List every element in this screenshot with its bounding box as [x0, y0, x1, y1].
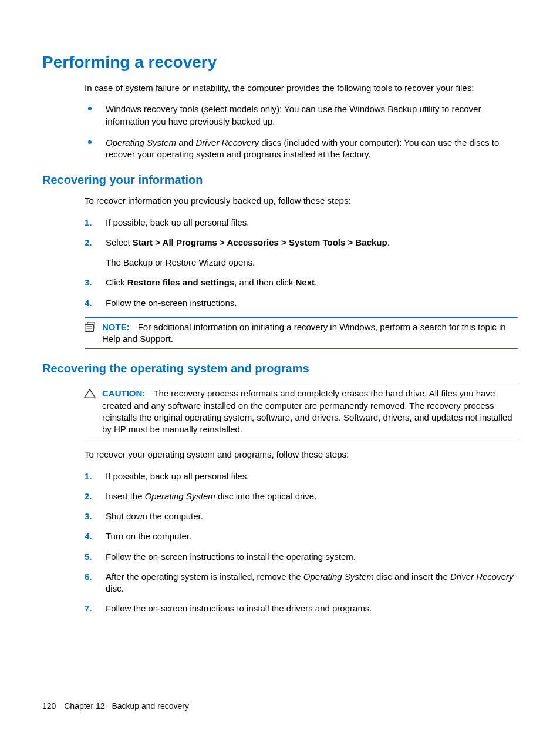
step-number: 2.: [85, 237, 92, 248]
italic-text: Driver Recovery: [450, 572, 514, 582]
heading-2-recovering-os: Recovering the operating system and prog…: [42, 362, 518, 375]
note-icon: [83, 321, 96, 333]
chapter-title: Backup and recovery: [112, 701, 189, 711]
chapter-label: Chapter 12: [64, 701, 104, 711]
step-text: Select: [106, 237, 133, 247]
list-item: Windows recovery tools (select models on…: [85, 103, 518, 127]
tools-list: Windows recovery tools (select models on…: [85, 103, 518, 160]
italic-text: Operating System: [145, 491, 215, 501]
list-item: 1. If possible, back up all personal fil…: [85, 217, 518, 228]
list-item: Operating System and Driver Recovery dis…: [85, 137, 518, 161]
step-text: After the operating system is installed,…: [106, 572, 303, 582]
section1-intro: To recover information you previously ba…: [85, 195, 518, 207]
list-item: 5. Follow the on-screen instructions to …: [85, 551, 518, 563]
step-number: 1.: [85, 217, 92, 228]
list-item: 1. If possible, back up all personal fil…: [85, 471, 518, 482]
page-content: Performing a recovery In case of system …: [0, 0, 560, 653]
step-text: .: [387, 237, 390, 247]
heading-2-recovering-info: Recovering your information: [42, 173, 518, 187]
step-number: 5.: [85, 551, 92, 563]
step-number: 7.: [85, 603, 92, 614]
step-number: 1.: [85, 471, 92, 482]
list-item: 7. Follow the on-screen instructions to …: [85, 603, 518, 614]
step-text: Insert the: [106, 491, 145, 501]
italic-text: Operating System: [303, 572, 374, 582]
section2-steps: 1. If possible, back up all personal fil…: [85, 471, 518, 615]
section2-intro: To recover your operating system and pro…: [85, 449, 518, 461]
page-number: 120: [42, 701, 56, 711]
bold-text: Next: [295, 277, 315, 287]
step-text: Shut down the computer.: [106, 511, 203, 521]
step-text: , and then click: [234, 277, 295, 287]
step-number: 3.: [85, 277, 92, 288]
bold-text: Restore files and settings: [127, 277, 235, 287]
step-text: If possible, back up all personal files.: [106, 217, 249, 227]
step-text: disc into the optical drive.: [215, 491, 317, 501]
italic-text: Driver Recovery: [195, 137, 259, 147]
step-text: disc and insert the: [374, 572, 450, 582]
list-item: 3. Shut down the computer.: [85, 510, 518, 522]
list-item: 2. Select Start > All Programs > Accesso…: [85, 237, 518, 269]
list-item: 4. Follow the on-screen instructions.: [85, 297, 518, 309]
page-footer: 120 Chapter 12 Backup and recovery: [42, 701, 189, 711]
step-number: 4.: [85, 297, 92, 309]
list-item: 4. Turn on the computer.: [85, 530, 518, 542]
step-text: Follow the on-screen instructions to ins…: [106, 603, 372, 613]
list-item: 2. Insert the Operating System disc into…: [85, 490, 518, 502]
list-item: 3. Click Restore files and settings, and…: [85, 277, 518, 288]
step-text: Follow the on-screen instructions.: [106, 298, 237, 308]
italic-text: Operating System: [106, 137, 176, 147]
step-text: .: [315, 277, 317, 287]
step-text: If possible, back up all personal files.: [106, 471, 249, 481]
caution-text: The recovery process reformats and compl…: [102, 388, 512, 434]
step-number: 4.: [85, 530, 92, 542]
caution-icon: [83, 388, 96, 399]
caution-callout: CAUTION:The recovery process reformats a…: [85, 384, 518, 439]
step-text: Turn on the computer.: [106, 531, 191, 541]
step-text: disc.: [106, 583, 124, 593]
caution-label: CAUTION:: [102, 388, 145, 398]
step-subtext: The Backup or Restore Wizard opens.: [106, 257, 518, 268]
section1-steps: 1. If possible, back up all personal fil…: [85, 217, 518, 309]
intro-paragraph: In case of system failure or instability…: [85, 82, 518, 94]
step-number: 2.: [85, 490, 92, 502]
list-item: 6. After the operating system is install…: [85, 571, 518, 595]
note-text: For additional information on initiating…: [102, 322, 506, 344]
step-text: Follow the on-screen instructions to ins…: [106, 552, 356, 562]
step-number: 3.: [85, 510, 92, 522]
heading-1: Performing a recovery: [42, 53, 518, 72]
step-number: 6.: [85, 571, 92, 583]
bold-text: Start > All Programs > Accessories > Sys…: [133, 237, 387, 247]
list-text: and: [176, 137, 195, 147]
list-text: Windows recovery tools (select models on…: [106, 104, 481, 126]
note-label: NOTE:: [102, 322, 130, 332]
step-text: Click: [106, 277, 127, 287]
note-callout: NOTE:For additional information on initi…: [85, 317, 518, 350]
